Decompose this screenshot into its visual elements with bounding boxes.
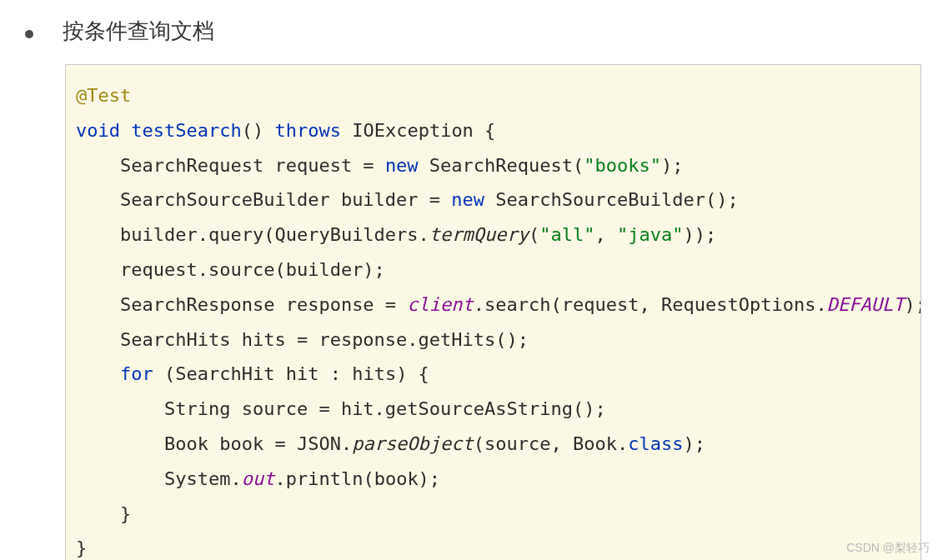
- static-method: termQuery: [429, 224, 529, 245]
- keyword-class: class: [628, 433, 683, 454]
- code-text: }: [76, 538, 87, 558]
- code-text: request.source(builder);: [76, 259, 385, 280]
- code-text: (: [529, 224, 539, 245]
- constant-ref: DEFAULT: [827, 294, 905, 315]
- code-text: );: [904, 294, 921, 315]
- code-block: @Test void testSearch() throws IOExcepti…: [65, 64, 921, 560]
- annotation: @Test: [76, 85, 131, 106]
- code-text: SearchSourceBuilder();: [484, 189, 739, 210]
- watermark: CSDN @梨轻巧: [846, 541, 930, 556]
- code-text: System.: [76, 468, 242, 489]
- bullet-icon: [25, 30, 33, 38]
- code-text: ));: [684, 224, 717, 245]
- code-text: String source = hit.getSourceAsString();: [76, 398, 606, 419]
- code-text: SearchHits hits = response.getHits();: [76, 329, 529, 350]
- code-text: SearchSourceBuilder builder =: [76, 189, 451, 210]
- code-text: SearchResponse response =: [76, 294, 407, 315]
- keyword-new: new: [451, 189, 484, 210]
- string-literal: "books": [584, 155, 661, 176]
- static-method: parseObject: [352, 433, 474, 454]
- code-text: );: [684, 433, 706, 454]
- code-text: .println(book);: [274, 468, 440, 489]
- exception-type: IOException: [352, 120, 474, 141]
- code-text: builder.query(QueryBuilders.: [76, 224, 429, 245]
- keyword-throws: throws: [274, 120, 340, 141]
- keyword-void: void: [76, 120, 120, 141]
- code-text: (SearchHit hit : hits) {: [153, 363, 429, 384]
- code-text: (source, Book.: [474, 433, 628, 454]
- keyword-new: new: [385, 155, 419, 176]
- field-ref: out: [242, 468, 275, 489]
- string-literal: "java": [617, 224, 683, 245]
- code-text: );: [661, 155, 684, 176]
- code-text: ,: [595, 224, 618, 245]
- code-text: Book book = JSON.: [76, 433, 352, 454]
- string-literal: "all": [539, 224, 594, 245]
- section-heading-row: 按条件查询文档: [25, 17, 921, 46]
- code-text: SearchRequest(: [419, 155, 584, 176]
- field-ref: client: [407, 294, 473, 315]
- code-text: }: [76, 503, 131, 524]
- code-text: .search(request, RequestOptions.: [474, 294, 827, 315]
- keyword-for: for: [120, 363, 153, 384]
- code-text: SearchRequest request =: [76, 155, 385, 176]
- section-heading: 按条件查询文档: [63, 17, 214, 46]
- method-name: testSearch: [131, 120, 241, 141]
